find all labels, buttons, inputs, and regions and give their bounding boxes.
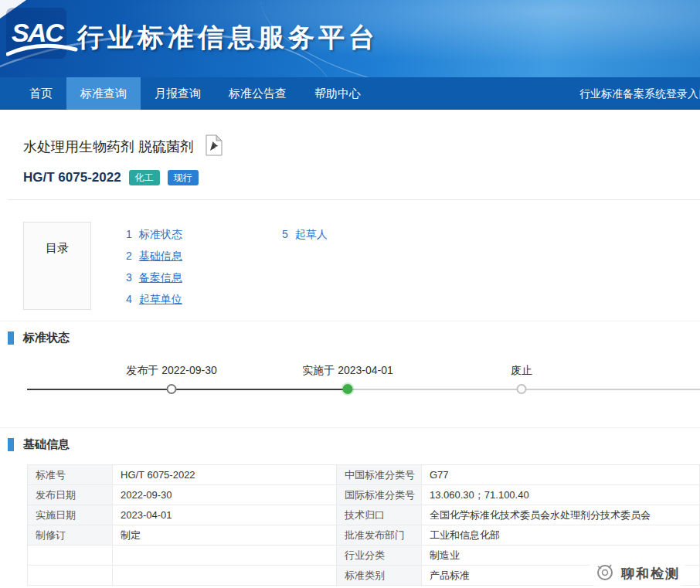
table-row: 制修订 制定 批准发布部门 工业和信息化部 [28, 525, 700, 546]
timeline-dot-implemented [343, 384, 353, 394]
info-value: 2022-09-30 [113, 485, 337, 505]
info-label: 标准号 [28, 465, 113, 485]
pdf-file-icon[interactable] [205, 134, 223, 159]
info-value: 2023-04-01 [113, 505, 337, 525]
camera-lens-icon [595, 562, 615, 585]
badge-status-current: 现行 [168, 170, 199, 185]
section-header-status: 标准状态 [8, 331, 700, 345]
info-value: 全国化学标准化技术委员会水处理剂分技术委员会 [422, 505, 700, 525]
divider [8, 199, 700, 200]
info-label: 制修订 [28, 525, 113, 546]
status-timeline: 发布于 2022-09-30 实施于 2023-04-01 废止 [0, 358, 700, 418]
info-label: 中国标准分类号 [337, 465, 422, 485]
info-value: 13.060.30；71.100.40 [422, 485, 700, 505]
badge-industry-chemical: 化工 [129, 170, 160, 185]
toc-link-standard-status[interactable]: 1标准状态 [126, 223, 282, 245]
timeline-dot-abolished [517, 384, 527, 394]
info-value: G77 [422, 465, 700, 485]
sac-logo-text: SAC [12, 18, 64, 47]
timeline-line-past [27, 389, 348, 390]
section-header-basic-info: 基础信息 [8, 437, 700, 452]
section-accent-bar [8, 438, 14, 451]
info-label: 批准发布部门 [337, 525, 422, 546]
info-label-empty [28, 566, 113, 586]
info-value: 工业和信息化部 [422, 525, 700, 546]
info-value: 制定 [113, 525, 337, 546]
nav-item-standard-announcement[interactable]: 标准公告查 [215, 77, 301, 110]
main-nav: 首页 标准查询 月报查询 标准公告查 帮助中心 行业标准备案系统登录入口 [0, 77, 700, 110]
info-label: 实施日期 [28, 505, 113, 525]
nav-backup-system-login-link[interactable]: 行业标准备案系统登录入口 [579, 77, 700, 110]
toc-link-basic-info[interactable]: 2基础信息 [126, 245, 282, 267]
info-label: 国际标准分类号 [337, 485, 422, 505]
table-row: 发布日期 2022-09-30 国际标准分类号 13.060.30；71.100… [28, 485, 700, 505]
site-banner: SAC 行业标准信息服务平台 [0, 0, 700, 77]
toc-title-box: 目录 [23, 222, 91, 310]
section-separator [0, 427, 700, 428]
info-value-empty [113, 546, 337, 566]
info-label-empty [28, 546, 113, 566]
sac-logo[interactable]: SAC [6, 5, 80, 70]
info-label: 技术归口 [337, 505, 422, 525]
standard-number: HG/T 6075-2022 [23, 170, 121, 185]
watermark-text: 聊和检测 [621, 565, 680, 583]
site-title: 行业标准信息服务平台 [77, 20, 379, 56]
toc-link-drafting-unit[interactable]: 4起草单位 [126, 288, 282, 310]
section-title-status: 标准状态 [23, 331, 70, 345]
info-value-empty [113, 566, 337, 586]
section-accent-bar [8, 331, 14, 345]
info-label: 发布日期 [28, 485, 113, 505]
toc-link-drafters[interactable]: 5起草人 [282, 223, 438, 245]
toc-section: 目录 1标准状态 2基础信息 3备案信息 4起草单位 [23, 222, 700, 311]
nav-item-monthly-report[interactable]: 月报查询 [141, 77, 215, 110]
info-label: 标准类别 [337, 566, 422, 586]
timeline-dot-published [167, 384, 177, 394]
nav-item-standard-search[interactable]: 标准查询 [66, 77, 141, 110]
watermark: 聊和检测 [587, 559, 688, 587]
content: 水处理用生物药剂 脱硫菌剂 HG/T 6075-2022 化工 现行 目录 [0, 134, 700, 586]
nav-item-help-center[interactable]: 帮助中心 [301, 77, 375, 110]
document-title: 水处理用生物药剂 脱硫菌剂 [23, 138, 194, 156]
info-label: 行业分类 [337, 546, 422, 566]
page: SAC 行业标准信息服务平台 首页 标准查询 月报查询 标准公告查 帮助中心 行… [0, 0, 700, 588]
nav-item-home[interactable]: 首页 [15, 77, 66, 110]
info-value: HG/T 6075-2022 [113, 465, 337, 485]
section-separator [0, 321, 700, 321]
toc-link-record-info[interactable]: 3备案信息 [126, 267, 282, 288]
table-row: 实施日期 2023-04-01 技术归口 全国化学标准化技术委员会水处理剂分技术… [28, 505, 700, 525]
section-title-basic-info: 基础信息 [23, 437, 70, 452]
table-row: 标准号 HG/T 6075-2022 中国标准分类号 G77 [28, 465, 700, 485]
